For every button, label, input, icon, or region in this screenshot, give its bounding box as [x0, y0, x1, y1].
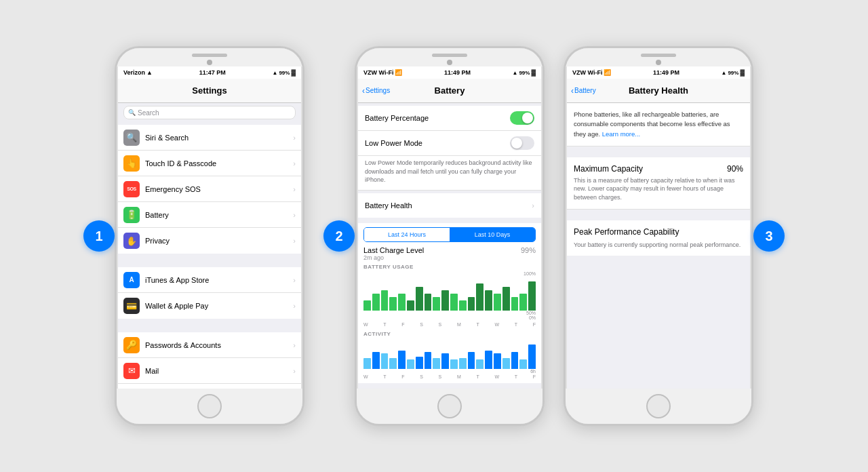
xlabel: T [515, 374, 517, 379]
status-left-1: Verizon ▲ [123, 69, 153, 76]
peak-performance-row: Peak Performance Capability Your battery… [567, 220, 750, 256]
xlabel: T [383, 374, 386, 379]
activity-bars [363, 338, 536, 369]
wallet-icon: 💳 [123, 298, 140, 314]
phone-2: VZW Wi-Fi 📶 11:49 PM ▲ 99% ▓ ‹ Settings [355, 46, 545, 426]
list-item[interactable]: ✋ Privacy › [118, 228, 301, 254]
settings-list: 🔍 Siri & Search › 👆 Touch ID & Passcode … [118, 122, 301, 389]
speaker-1 [192, 54, 227, 57]
camera-1 [207, 60, 212, 65]
health-chevron: › [532, 201, 534, 210]
learn-more-link[interactable]: Learn more... [602, 130, 641, 138]
carrier-2: VZW Wi-Fi [363, 69, 393, 76]
carrier-3: VZW Wi-Fi [572, 69, 602, 76]
charge-pct: 99% [521, 246, 536, 254]
xlabel: F [533, 374, 536, 379]
list-item[interactable]: 🔋 Battery › [118, 202, 301, 228]
bar [476, 283, 484, 311]
activity-bar [433, 358, 440, 369]
xlabel: T [383, 322, 386, 327]
search-input[interactable]: 🔍 Search [123, 106, 296, 119]
activity-bar [425, 352, 432, 369]
activity-bar [441, 353, 449, 369]
back-button-2[interactable]: ‹ Settings [362, 86, 390, 96]
list-item[interactable]: 👤 Contacts › [118, 384, 301, 389]
touchid-icon: 👆 [123, 155, 140, 172]
usage-100: 100% [524, 271, 536, 276]
home-button-2[interactable] [437, 394, 462, 418]
health-gap-1 [567, 146, 750, 157]
low-power-toggle[interactable] [510, 136, 534, 150]
list-item[interactable]: A iTunes & App Store › [118, 267, 301, 293]
battery-icon-2: ▓ [531, 69, 536, 76]
low-power-label: Low Power Mode [365, 139, 510, 147]
activity-bar [407, 359, 414, 369]
activity-y-labels: 6h [363, 369, 536, 374]
battery-toggles: Battery Percentage Low Power Mode Low Po… [358, 106, 541, 191]
list-item[interactable]: 👆 Touch ID & Passcode › [118, 151, 301, 176]
peak-performance-desc: Your battery is currently supporting nor… [574, 241, 743, 250]
status-right-2: ▲ 99% ▓ [512, 69, 536, 76]
bar [441, 290, 449, 311]
activity-bar [389, 358, 397, 369]
battery-health-row[interactable]: Battery Health › [358, 193, 541, 218]
health-description: Phone batteries, like all rechargeable b… [567, 103, 750, 146]
nav-title-1: Settings [192, 85, 226, 96]
activity-bar [511, 352, 519, 369]
back-button-3[interactable]: ‹ Battery [571, 86, 596, 96]
tab-10d[interactable]: Last 10 Days [450, 228, 535, 241]
screen-1: Verizon ▲ 11:47 PM ▲ 99% ▓ Settings [118, 66, 301, 389]
passwords-icon: 🔑 [123, 337, 140, 353]
phone-top-1 [117, 48, 302, 66]
chevron-icon: › [293, 159, 296, 168]
chart-section: Last 24 Hours Last 10 Days Last Charge L… [358, 223, 541, 383]
battery-icon: 🔋 [123, 207, 140, 223]
bar [511, 297, 519, 311]
item-label: Battery [145, 211, 293, 219]
time-tabs: Last 24 Hours Last 10 Days [363, 227, 536, 242]
max-capacity-label: Maximum Capacity [574, 164, 643, 174]
list-item[interactable]: SOS Emergency SOS › [118, 176, 301, 202]
xlabel: S [439, 374, 442, 379]
phone-top-2 [357, 48, 542, 66]
tab-24h[interactable]: Last 24 Hours [364, 228, 450, 241]
step-badge-2: 2 [323, 220, 355, 252]
xlabel: F [533, 322, 536, 327]
home-button-1[interactable] [197, 394, 222, 418]
xlabel: T [515, 322, 517, 327]
bar [468, 297, 475, 311]
status-right-3: ▲ 99% ▓ [721, 69, 745, 76]
item-label: Touch ID & Passcode [145, 159, 293, 168]
xlabel: F [401, 322, 404, 327]
nav-title-2: Battery [435, 85, 465, 96]
time-1: 11:47 PM [199, 69, 226, 76]
chevron-icon: › [293, 302, 296, 310]
battery-percentage-toggle[interactable] [510, 111, 534, 125]
activity-bar [450, 359, 458, 369]
list-item[interactable]: 💳 Wallet & Apple Pay › [118, 293, 301, 319]
status-bar-3: VZW Wi-Fi 📶 11:49 PM ▲ 99% ▓ [567, 66, 750, 79]
max-capacity-title: Maximum Capacity 90% [574, 164, 743, 174]
list-item[interactable]: 🔑 Passwords & Accounts › [118, 332, 301, 358]
xlabel: T [476, 322, 479, 327]
wifi-3: 📶 [604, 69, 611, 76]
privacy-icon: ✋ [123, 233, 140, 249]
battery-pct-3: 99% [728, 70, 738, 76]
battery-percentage-row: Battery Percentage [358, 106, 541, 131]
chevron-icon: › [293, 237, 296, 245]
battery-percentage-label: Battery Percentage [365, 114, 510, 122]
carrier-1: Verizon [123, 69, 145, 76]
list-item[interactable]: 🔍 Siri & Search › [118, 125, 301, 151]
list-item[interactable]: ✉ Mail › [118, 358, 301, 384]
section-3: 🔑 Passwords & Accounts › ✉ Mail › 👤 Cont… [118, 330, 301, 389]
bar [372, 294, 380, 311]
charge-sub: 2m ago [363, 254, 424, 261]
phone3-wrapper: VZW Wi-Fi 📶 11:49 PM ▲ 99% ▓ ‹ Battery [564, 46, 785, 426]
activity-bar [519, 359, 527, 369]
search-bar[interactable]: 🔍 Search [118, 103, 301, 122]
bar [363, 300, 371, 311]
time-3: 11:49 PM [653, 69, 679, 76]
xlabel: W [363, 374, 368, 379]
activity-bar [381, 353, 389, 369]
home-button-3[interactable] [646, 394, 671, 418]
